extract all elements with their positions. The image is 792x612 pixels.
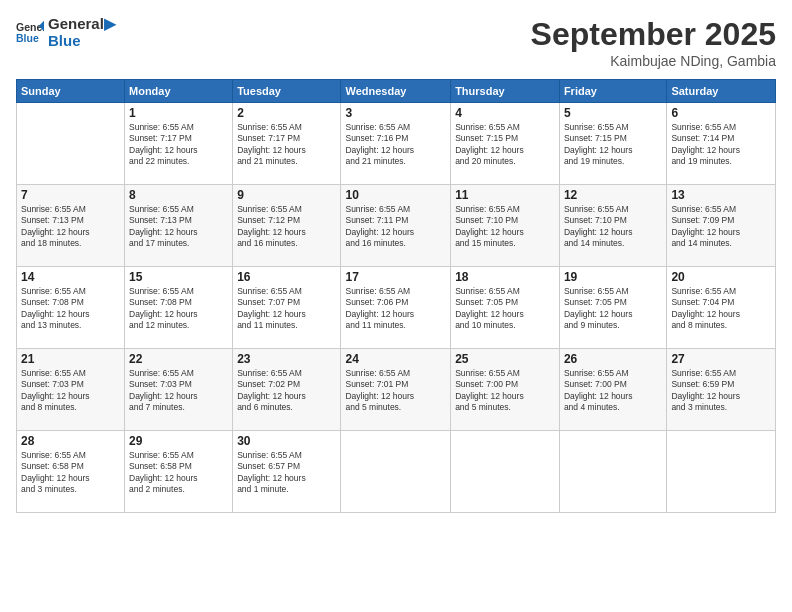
- day-number: 30: [237, 434, 336, 448]
- calendar-cell: 19Sunrise: 6:55 AMSunset: 7:05 PMDayligh…: [559, 267, 666, 349]
- day-number: 4: [455, 106, 555, 120]
- calendar-cell: 12Sunrise: 6:55 AMSunset: 7:10 PMDayligh…: [559, 185, 666, 267]
- calendar-week-row-4: 21Sunrise: 6:55 AMSunset: 7:03 PMDayligh…: [17, 349, 776, 431]
- day-info: Sunrise: 6:55 AMSunset: 7:05 PMDaylight:…: [455, 286, 555, 332]
- page: General Blue General▶ Blue September 202…: [0, 0, 792, 612]
- calendar-cell: 5Sunrise: 6:55 AMSunset: 7:15 PMDaylight…: [559, 103, 666, 185]
- calendar-cell: 9Sunrise: 6:55 AMSunset: 7:12 PMDaylight…: [233, 185, 341, 267]
- logo-line2: Blue: [48, 33, 116, 50]
- day-info: Sunrise: 6:55 AMSunset: 7:08 PMDaylight:…: [129, 286, 228, 332]
- col-sunday: Sunday: [17, 80, 125, 103]
- day-number: 17: [345, 270, 446, 284]
- day-number: 1: [129, 106, 228, 120]
- day-info: Sunrise: 6:55 AMSunset: 7:02 PMDaylight:…: [237, 368, 336, 414]
- calendar-week-row-1: 1Sunrise: 6:55 AMSunset: 7:17 PMDaylight…: [17, 103, 776, 185]
- logo-icon: General Blue: [16, 19, 44, 47]
- col-tuesday: Tuesday: [233, 80, 341, 103]
- calendar-cell: 2Sunrise: 6:55 AMSunset: 7:17 PMDaylight…: [233, 103, 341, 185]
- day-info: Sunrise: 6:55 AMSunset: 7:13 PMDaylight:…: [21, 204, 120, 250]
- calendar-cell: 14Sunrise: 6:55 AMSunset: 7:08 PMDayligh…: [17, 267, 125, 349]
- title-block: September 2025 Kaimbujae NDing, Gambia: [531, 16, 776, 69]
- calendar-cell: 29Sunrise: 6:55 AMSunset: 6:58 PMDayligh…: [125, 431, 233, 513]
- day-number: 12: [564, 188, 662, 202]
- logo-line1: General▶: [48, 16, 116, 33]
- calendar-cell: 18Sunrise: 6:55 AMSunset: 7:05 PMDayligh…: [451, 267, 560, 349]
- day-info: Sunrise: 6:55 AMSunset: 7:14 PMDaylight:…: [671, 122, 771, 168]
- calendar-cell: 3Sunrise: 6:55 AMSunset: 7:16 PMDaylight…: [341, 103, 451, 185]
- day-number: 25: [455, 352, 555, 366]
- day-number: 19: [564, 270, 662, 284]
- calendar-cell: 17Sunrise: 6:55 AMSunset: 7:06 PMDayligh…: [341, 267, 451, 349]
- calendar-cell: 15Sunrise: 6:55 AMSunset: 7:08 PMDayligh…: [125, 267, 233, 349]
- calendar-cell: 23Sunrise: 6:55 AMSunset: 7:02 PMDayligh…: [233, 349, 341, 431]
- calendar-cell: 1Sunrise: 6:55 AMSunset: 7:17 PMDaylight…: [125, 103, 233, 185]
- calendar-week-row-2: 7Sunrise: 6:55 AMSunset: 7:13 PMDaylight…: [17, 185, 776, 267]
- calendar-cell: 7Sunrise: 6:55 AMSunset: 7:13 PMDaylight…: [17, 185, 125, 267]
- day-number: 13: [671, 188, 771, 202]
- day-info: Sunrise: 6:55 AMSunset: 7:00 PMDaylight:…: [455, 368, 555, 414]
- day-info: Sunrise: 6:55 AMSunset: 6:57 PMDaylight:…: [237, 450, 336, 496]
- calendar-cell: 13Sunrise: 6:55 AMSunset: 7:09 PMDayligh…: [667, 185, 776, 267]
- month-title: September 2025: [531, 16, 776, 53]
- day-number: 18: [455, 270, 555, 284]
- calendar-cell: 22Sunrise: 6:55 AMSunset: 7:03 PMDayligh…: [125, 349, 233, 431]
- calendar-cell: 8Sunrise: 6:55 AMSunset: 7:13 PMDaylight…: [125, 185, 233, 267]
- calendar-cell: [667, 431, 776, 513]
- day-number: 8: [129, 188, 228, 202]
- calendar-cell: [559, 431, 666, 513]
- day-number: 5: [564, 106, 662, 120]
- day-number: 10: [345, 188, 446, 202]
- day-info: Sunrise: 6:55 AMSunset: 7:13 PMDaylight:…: [129, 204, 228, 250]
- day-info: Sunrise: 6:55 AMSunset: 7:01 PMDaylight:…: [345, 368, 446, 414]
- col-monday: Monday: [125, 80, 233, 103]
- day-info: Sunrise: 6:55 AMSunset: 7:15 PMDaylight:…: [564, 122, 662, 168]
- day-info: Sunrise: 6:55 AMSunset: 7:03 PMDaylight:…: [129, 368, 228, 414]
- day-info: Sunrise: 6:55 AMSunset: 7:08 PMDaylight:…: [21, 286, 120, 332]
- calendar-cell: [451, 431, 560, 513]
- day-number: 14: [21, 270, 120, 284]
- calendar-cell: 4Sunrise: 6:55 AMSunset: 7:15 PMDaylight…: [451, 103, 560, 185]
- day-number: 2: [237, 106, 336, 120]
- day-number: 28: [21, 434, 120, 448]
- day-number: 20: [671, 270, 771, 284]
- day-info: Sunrise: 6:55 AMSunset: 7:10 PMDaylight:…: [564, 204, 662, 250]
- day-info: Sunrise: 6:55 AMSunset: 7:17 PMDaylight:…: [129, 122, 228, 168]
- day-info: Sunrise: 6:55 AMSunset: 7:05 PMDaylight:…: [564, 286, 662, 332]
- day-info: Sunrise: 6:55 AMSunset: 7:15 PMDaylight:…: [455, 122, 555, 168]
- calendar-cell: 10Sunrise: 6:55 AMSunset: 7:11 PMDayligh…: [341, 185, 451, 267]
- calendar-cell: 20Sunrise: 6:55 AMSunset: 7:04 PMDayligh…: [667, 267, 776, 349]
- col-saturday: Saturday: [667, 80, 776, 103]
- day-info: Sunrise: 6:55 AMSunset: 7:11 PMDaylight:…: [345, 204, 446, 250]
- calendar-table: Sunday Monday Tuesday Wednesday Thursday…: [16, 79, 776, 513]
- calendar-cell: 16Sunrise: 6:55 AMSunset: 7:07 PMDayligh…: [233, 267, 341, 349]
- day-number: 23: [237, 352, 336, 366]
- day-number: 27: [671, 352, 771, 366]
- calendar-cell: 11Sunrise: 6:55 AMSunset: 7:10 PMDayligh…: [451, 185, 560, 267]
- day-info: Sunrise: 6:55 AMSunset: 7:09 PMDaylight:…: [671, 204, 771, 250]
- col-friday: Friday: [559, 80, 666, 103]
- calendar-cell: [17, 103, 125, 185]
- day-info: Sunrise: 6:55 AMSunset: 7:07 PMDaylight:…: [237, 286, 336, 332]
- day-info: Sunrise: 6:55 AMSunset: 7:04 PMDaylight:…: [671, 286, 771, 332]
- calendar-week-row-5: 28Sunrise: 6:55 AMSunset: 6:58 PMDayligh…: [17, 431, 776, 513]
- day-info: Sunrise: 6:55 AMSunset: 7:10 PMDaylight:…: [455, 204, 555, 250]
- day-number: 21: [21, 352, 120, 366]
- day-number: 15: [129, 270, 228, 284]
- calendar-cell: 25Sunrise: 6:55 AMSunset: 7:00 PMDayligh…: [451, 349, 560, 431]
- day-info: Sunrise: 6:55 AMSunset: 7:16 PMDaylight:…: [345, 122, 446, 168]
- day-number: 9: [237, 188, 336, 202]
- day-number: 26: [564, 352, 662, 366]
- calendar-cell: 24Sunrise: 6:55 AMSunset: 7:01 PMDayligh…: [341, 349, 451, 431]
- day-info: Sunrise: 6:55 AMSunset: 6:58 PMDaylight:…: [129, 450, 228, 496]
- day-info: Sunrise: 6:55 AMSunset: 7:06 PMDaylight:…: [345, 286, 446, 332]
- day-number: 16: [237, 270, 336, 284]
- svg-text:Blue: Blue: [16, 31, 39, 43]
- calendar-cell: 27Sunrise: 6:55 AMSunset: 6:59 PMDayligh…: [667, 349, 776, 431]
- calendar-cell: 28Sunrise: 6:55 AMSunset: 6:58 PMDayligh…: [17, 431, 125, 513]
- calendar-header-row: Sunday Monday Tuesday Wednesday Thursday…: [17, 80, 776, 103]
- calendar-week-row-3: 14Sunrise: 6:55 AMSunset: 7:08 PMDayligh…: [17, 267, 776, 349]
- day-number: 22: [129, 352, 228, 366]
- day-info: Sunrise: 6:55 AMSunset: 7:00 PMDaylight:…: [564, 368, 662, 414]
- location: Kaimbujae NDing, Gambia: [531, 53, 776, 69]
- day-number: 29: [129, 434, 228, 448]
